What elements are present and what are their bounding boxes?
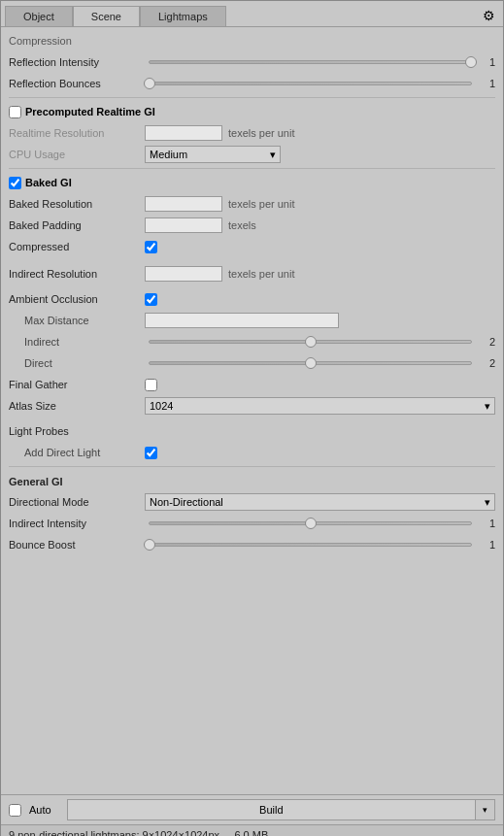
directional-mode-arrow-icon: ▾ xyxy=(477,496,490,509)
add-direct-light-row: Add Direct Light xyxy=(9,443,495,462)
baked-padding-row: Baked Padding 10 texels xyxy=(9,216,495,235)
baked-padding-label: Baked Padding xyxy=(9,219,145,231)
indirect-value: 2 xyxy=(476,336,495,348)
baked-gi-checkbox[interactable] xyxy=(9,177,21,189)
final-gather-label: Final Gather xyxy=(9,379,145,390)
ambient-occlusion-label: Ambient Occlusion xyxy=(9,293,145,305)
cpu-usage-arrow-icon: ▾ xyxy=(262,149,276,161)
directional-mode-row: Directional Mode Non-Directional ▾ xyxy=(9,492,495,512)
direct-value: 2 xyxy=(476,357,495,369)
indirect-intensity-row: Indirect Intensity 1 xyxy=(9,514,495,533)
auto-label: Auto xyxy=(29,804,51,816)
indirect-resolution-row: Indirect Resolution 10 texels per unit xyxy=(9,264,495,284)
realtime-resolution-input[interactable]: 10 xyxy=(145,125,222,141)
reflection-bounces-row: Reflection Bounces 1 xyxy=(9,74,495,93)
content-area: Compression Reflection Intensity 1 Refle… xyxy=(1,27,503,794)
indirect-resolution-input[interactable]: 10 xyxy=(145,266,222,282)
indirect-row: Indirect 2 xyxy=(9,332,495,351)
bounce-boost-label: Bounce Boost xyxy=(9,539,145,551)
info-size: 6.0 MB xyxy=(234,829,268,836)
general-gi-header-row: General GI xyxy=(9,471,495,490)
build-button[interactable]: Build xyxy=(67,799,476,820)
main-window: Object Scene Lightmaps ⚙ Compression Ref… xyxy=(0,0,504,836)
ambient-occlusion-checkbox[interactable] xyxy=(145,293,157,306)
compressed-checkbox[interactable] xyxy=(145,241,157,253)
direct-label: Direct xyxy=(9,357,145,369)
directional-mode-select[interactable]: Non-Directional ▾ xyxy=(145,493,495,511)
baked-padding-input[interactable]: 10 xyxy=(145,217,222,233)
bounce-boost-row: Bounce Boost 1 xyxy=(9,535,495,554)
info-text: 9 non-directional lightmaps: 9×1024×1024… xyxy=(9,829,219,836)
add-direct-light-checkbox[interactable] xyxy=(145,447,157,459)
reflection-intensity-row: Reflection Intensity 1 xyxy=(9,52,495,72)
direct-row: Direct 2 xyxy=(9,353,495,373)
compressed-label: Compressed xyxy=(9,241,145,252)
indirect-label: Indirect xyxy=(9,336,145,348)
reflection-intensity-label: Reflection Intensity xyxy=(9,56,145,68)
bounce-boost-slider[interactable] xyxy=(145,543,476,547)
atlas-size-arrow-icon: ▾ xyxy=(477,400,490,413)
info-bar: 9 non-directional lightmaps: 9×1024×1024… xyxy=(1,824,503,836)
precomputed-gi-checkbox[interactable] xyxy=(9,106,21,118)
cpu-usage-row: CPU Usage Medium ▾ xyxy=(9,145,495,164)
directional-mode-value: Non-Directional xyxy=(150,496,223,508)
indirect-resolution-unit: texels per unit xyxy=(228,268,294,280)
divider-3 xyxy=(9,466,495,467)
gear-icon[interactable]: ⚙ xyxy=(478,5,499,26)
realtime-resolution-row: Realtime Resolution 10 texels per unit xyxy=(9,123,495,143)
baked-resolution-input[interactable]: 500 xyxy=(145,196,222,212)
cpu-usage-select[interactable]: Medium ▾ xyxy=(145,146,281,163)
reflection-intensity-value: 1 xyxy=(476,56,495,68)
indirect-intensity-label: Indirect Intensity xyxy=(9,518,145,529)
build-dropdown-arrow-icon[interactable]: ▾ xyxy=(476,799,495,820)
atlas-size-select[interactable]: 1024 ▾ xyxy=(145,397,495,415)
cpu-usage-value: Medium xyxy=(150,149,187,160)
tab-bar: Object Scene Lightmaps ⚙ xyxy=(1,1,503,27)
max-distance-label: Max Distance xyxy=(9,315,145,326)
auto-checkbox[interactable] xyxy=(9,804,21,817)
indirect-slider[interactable] xyxy=(145,340,476,344)
build-bar: Auto Build ▾ xyxy=(1,794,503,824)
direct-slider[interactable] xyxy=(145,361,476,365)
tab-lightmaps[interactable]: Lightmaps xyxy=(140,6,226,26)
compression-label: Compression xyxy=(9,35,72,47)
bounce-boost-value: 1 xyxy=(476,539,495,551)
baked-resolution-row: Baked Resolution 500 texels per unit xyxy=(9,194,495,214)
compressed-row: Compressed xyxy=(9,237,495,256)
precomputed-gi-label: Precomputed Realtime GI xyxy=(25,106,155,117)
final-gather-row: Final Gather xyxy=(9,375,495,394)
indirect-intensity-value: 1 xyxy=(476,518,495,529)
ambient-occlusion-row: Ambient Occlusion xyxy=(9,289,495,309)
tab-object[interactable]: Object xyxy=(5,6,73,26)
realtime-resolution-label: Realtime Resolution xyxy=(9,127,145,139)
light-probes-row: Light Probes xyxy=(9,421,495,441)
atlas-size-row: Atlas Size 1024 ▾ xyxy=(9,396,495,416)
compression-section: Compression Reflection Intensity 1 Refle… xyxy=(1,27,503,560)
baked-gi-row: Baked GI xyxy=(9,173,495,192)
baked-resolution-unit: texels per unit xyxy=(228,198,294,210)
directional-mode-label: Directional Mode xyxy=(9,496,145,508)
max-distance-row: Max Distance 3 xyxy=(9,311,495,330)
atlas-size-label: Atlas Size xyxy=(9,400,145,412)
max-distance-input[interactable]: 3 xyxy=(145,313,339,328)
realtime-resolution-unit: texels per unit xyxy=(228,127,294,139)
compression-row: Compression xyxy=(9,31,495,50)
baked-padding-unit: texels xyxy=(228,219,256,231)
divider-2 xyxy=(9,168,495,169)
reflection-bounces-slider[interactable] xyxy=(145,82,476,85)
reflection-bounces-value: 1 xyxy=(476,78,495,89)
indirect-resolution-label: Indirect Resolution xyxy=(9,268,145,280)
general-gi-label: General GI xyxy=(9,472,63,489)
cpu-usage-label: CPU Usage xyxy=(9,149,145,160)
atlas-size-value: 1024 xyxy=(150,400,173,412)
precomputed-gi-row: Precomputed Realtime GI xyxy=(9,102,495,121)
reflection-bounces-label: Reflection Bounces xyxy=(9,78,145,89)
final-gather-checkbox[interactable] xyxy=(145,379,157,391)
tab-scene[interactable]: Scene xyxy=(73,6,140,26)
indirect-intensity-slider[interactable] xyxy=(145,521,476,525)
divider-1 xyxy=(9,97,495,98)
baked-resolution-label: Baked Resolution xyxy=(9,198,145,210)
baked-gi-label: Baked GI xyxy=(25,177,72,188)
add-direct-light-label: Add Direct Light xyxy=(9,447,145,458)
reflection-intensity-slider[interactable] xyxy=(145,60,476,64)
